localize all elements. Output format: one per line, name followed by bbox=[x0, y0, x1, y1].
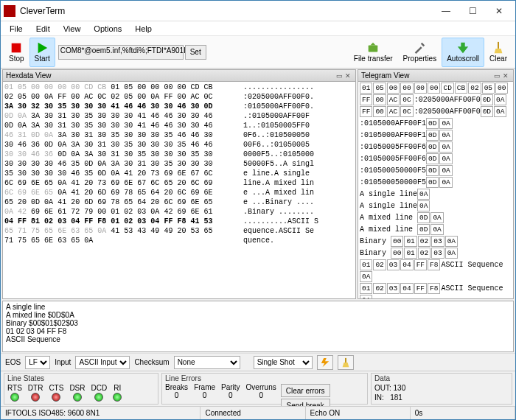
status-time: 0s bbox=[411, 407, 515, 419]
file-transfer-button[interactable]: File transfer bbox=[349, 38, 398, 67]
panel-float-icon[interactable]: ▭ bbox=[492, 71, 501, 80]
status-connected: Connected bbox=[201, 407, 305, 419]
svg-marker-7 bbox=[321, 357, 329, 366]
hex-title: Hexdata View bbox=[6, 71, 52, 80]
svg-rect-0 bbox=[12, 43, 21, 53]
menu-file[interactable]: File bbox=[4, 23, 29, 35]
file-transfer-icon bbox=[366, 41, 380, 55]
status-port: IFTOOLS ISO485: 9600 8N1 bbox=[1, 407, 201, 419]
hex-body[interactable]: 01 05 00 00 00 00 CD CB 01 05 00 00 00 0… bbox=[3, 82, 355, 298]
panel-close-icon[interactable]: ✕ bbox=[344, 71, 352, 80]
svg-marker-9 bbox=[342, 363, 349, 367]
port-combo[interactable]: COM8*@oem5.inf,%ftdi%;FTDI*A901PM8E bbox=[58, 45, 184, 60]
panel-close-icon[interactable]: ✕ bbox=[501, 71, 510, 80]
clear-errors-button[interactable]: Clear errors bbox=[281, 384, 330, 397]
app-icon bbox=[4, 5, 15, 17]
line-errors-group: Line Errors Breaks0Frame0Parity0Overruns… bbox=[161, 373, 368, 405]
menu-options[interactable]: Options bbox=[88, 23, 128, 35]
wrench-icon bbox=[413, 41, 426, 55]
send-button[interactable] bbox=[317, 355, 333, 370]
titlebar: CleverTerm — ☐ ✕ bbox=[1, 1, 515, 21]
line-states-group: Line States RTSDTRCTSDSRDCDRI bbox=[4, 373, 158, 405]
led-rts[interactable]: RTS bbox=[7, 384, 22, 402]
close-button[interactable]: ✕ bbox=[486, 2, 512, 20]
input-label: Input bbox=[55, 358, 71, 366]
menu-edit[interactable]: Edit bbox=[30, 23, 56, 35]
arrow-down-icon bbox=[456, 41, 470, 55]
svg-rect-8 bbox=[345, 357, 346, 362]
play-icon bbox=[35, 41, 49, 55]
set-button[interactable]: Set bbox=[185, 45, 206, 60]
status-echo: Echo ON bbox=[306, 407, 411, 419]
telegram-body[interactable]: 010500000000CDCB020500FF00AC0C:0205000AF… bbox=[358, 82, 513, 298]
led-dsr[interactable]: DSR bbox=[69, 384, 85, 402]
eos-label: EOS bbox=[5, 358, 21, 366]
input-textarea[interactable]: A single line A mixed line $0D$0A Binary… bbox=[2, 301, 514, 352]
err-overruns: Overruns0 bbox=[246, 383, 276, 399]
broom-icon bbox=[492, 41, 505, 55]
menu-view[interactable]: View bbox=[57, 23, 87, 35]
stop-button[interactable]: Stop bbox=[4, 38, 29, 67]
svg-rect-2 bbox=[369, 45, 378, 52]
maximize-button[interactable]: ☐ bbox=[459, 2, 486, 20]
data-group: Data OUT: 130 IN: 181 bbox=[371, 373, 512, 405]
window-title: CleverTerm bbox=[20, 6, 433, 16]
input-select[interactable]: ASCII Input bbox=[75, 356, 130, 369]
led-cts[interactable]: CTS bbox=[49, 384, 63, 402]
svg-marker-4 bbox=[458, 43, 468, 53]
data-in-value: 181 bbox=[390, 393, 402, 402]
panel-float-icon[interactable]: ▭ bbox=[335, 71, 344, 80]
properties-button[interactable]: Properties bbox=[398, 38, 442, 67]
stop-icon bbox=[10, 41, 23, 55]
statusbar: IFTOOLS ISO485: 9600 8N1 Connected Echo … bbox=[1, 406, 515, 419]
hexdata-view-panel: Hexdata View ▭ ✕ 01 05 00 00 00 00 CD CB… bbox=[2, 69, 356, 299]
checksum-label: Checksum bbox=[134, 358, 169, 366]
toolbar: Stop Start COM8*@oem5.inf,%ftdi%;FTDI*A9… bbox=[1, 36, 515, 69]
menu-help[interactable]: Help bbox=[129, 23, 158, 35]
clear-input-button[interactable] bbox=[338, 355, 354, 370]
svg-marker-3 bbox=[371, 43, 376, 46]
status-panel: Line States RTSDTRCTSDSRDCDRI Line Error… bbox=[1, 371, 515, 406]
svg-marker-1 bbox=[38, 43, 48, 53]
led-dcd[interactable]: DCD bbox=[91, 384, 108, 402]
options-bar: EOS LF Input ASCII Input Checksum None S… bbox=[1, 353, 515, 371]
svg-rect-5 bbox=[498, 42, 499, 49]
telegram-view-panel: Telegram View ▭ ✕ 010500000000CDCB020500… bbox=[358, 69, 514, 299]
data-out-value: 130 bbox=[394, 384, 406, 392]
clear-button[interactable]: Clear bbox=[484, 38, 512, 67]
led-ri[interactable]: RI bbox=[113, 384, 122, 402]
eos-select[interactable]: LF bbox=[25, 356, 50, 369]
autoscroll-button[interactable]: Autoscroll bbox=[442, 38, 484, 67]
checksum-select[interactable]: None bbox=[174, 356, 240, 369]
start-button[interactable]: Start bbox=[29, 38, 55, 67]
broom-icon bbox=[341, 357, 351, 368]
err-frame: Frame0 bbox=[194, 383, 215, 399]
svg-marker-6 bbox=[495, 49, 503, 53]
led-dtr[interactable]: DTR bbox=[28, 384, 43, 402]
minimize-button[interactable]: — bbox=[433, 2, 459, 20]
err-breaks: Breaks0 bbox=[165, 383, 188, 399]
tel-title: Telegram View bbox=[361, 71, 409, 80]
err-parity: Parity0 bbox=[221, 383, 240, 399]
mode-select[interactable]: Single Shot bbox=[254, 356, 313, 369]
lightning-icon bbox=[320, 357, 330, 368]
menubar: File Edit View Options Help bbox=[1, 21, 515, 36]
